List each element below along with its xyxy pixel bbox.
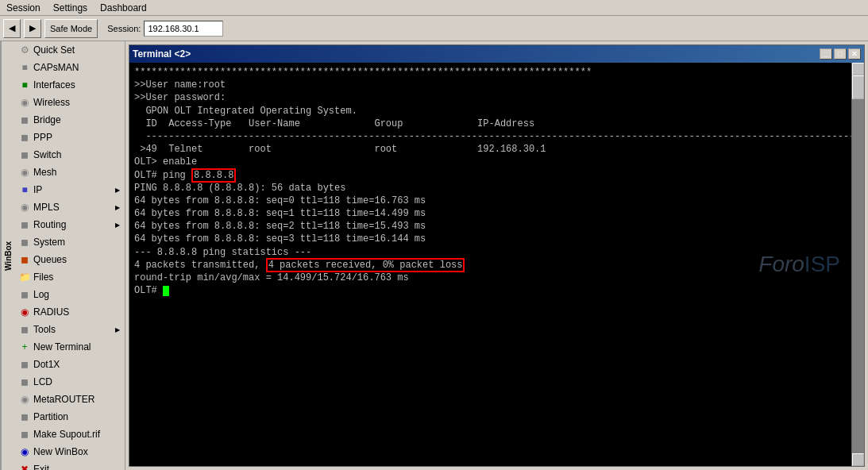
sidebar-item-new-terminal[interactable]: +New Terminal [14,338,125,356]
sidebar-item-new-winbox[interactable]: ◉New WinBox [14,443,125,460]
sidebar-item-system[interactable]: ◼System [14,233,125,251]
sidebar-item-metarouter[interactable]: ◉MetaROUTER [14,391,125,408]
terminal-line: >>User name:root [134,79,847,91]
terminal-line: PING 8.8.8.8 (8.8.8.8): 56 data bytes [134,182,847,195]
sidebar-item-mesh[interactable]: ◉Mesh [14,164,125,181]
sidebar-item-label-make-supout: Make Supout.rif [33,429,100,440]
sidebar-item-partition[interactable]: ◼Partition [14,408,125,426]
sidebar-item-switch[interactable]: ◼Switch [14,146,125,164]
mpls-icon: ◉ [19,202,30,213]
sidebar-item-label-capsman: CAPsMAN [33,62,79,73]
terminal-line: 64 bytes from 8.8.8.8: seq=3 ttl=118 tim… [134,233,847,245]
terminal-line: OLT# ping 8.8.8.8 [134,169,847,182]
ping-target-highlight: 8.8.8.8 [191,168,236,183]
sidebar-item-label-lcd: LCD [33,376,52,387]
mesh-icon: ◉ [19,167,30,178]
sidebar-item-capsman[interactable]: ■CAPsMAN [14,59,125,76]
scroll-track[interactable] [852,75,864,453]
dot1x-icon: ◼ [19,359,30,370]
toolbar: ◀ ▶ Safe Mode Session: 192.168.30.1 [0,16,868,41]
sidebar-item-radius[interactable]: ◉RADIUS [14,303,125,321]
menu-session[interactable]: Session [3,2,44,14]
sidebar-item-lcd[interactable]: ◼LCD [14,373,125,391]
terminal-body: ****************************************… [129,63,864,466]
sidebar-item-label-files: Files [33,272,53,283]
terminal-line: GPON OLT Integrated Operating System. [134,105,847,118]
sidebar-item-ppp[interactable]: ◼PPP [14,129,125,146]
session-value: 192.168.30.1 [144,21,223,37]
menu-settings[interactable]: Settings [50,2,91,14]
sidebar-item-log[interactable]: ◼Log [14,286,125,303]
make-supout-icon: ◼ [19,429,30,440]
scroll-down-button[interactable]: ▼ [852,453,864,466]
metarouter-icon: ◉ [19,394,30,405]
terminal-line: OLT# [134,284,847,297]
terminal-title: Terminal <2> [133,48,820,60]
sidebar-item-ip[interactable]: ■IP [14,181,125,198]
files-icon: 📁 [19,272,30,283]
sidebar-item-routing[interactable]: ◼Routing [14,216,125,233]
terminal-titlebar: Terminal <2> _ □ ✕ [129,45,864,63]
terminal-line: 64 bytes from 8.8.8.8: seq=2 ttl=118 tim… [134,220,847,233]
menu-bar: Session Settings Dashboard [0,0,868,16]
sidebar-item-files[interactable]: 📁Files [14,268,125,286]
sidebar-item-label-mpls: MPLS [33,202,60,213]
sidebar-item-label-routing: Routing [33,219,66,230]
forward-button[interactable]: ▶ [24,19,41,38]
sidebar-item-tools[interactable]: ◼Tools [14,321,125,338]
radius-icon: ◉ [19,306,30,318]
sidebar-item-make-supout[interactable]: ◼Make Supout.rif [14,426,125,443]
sidebar-item-label-metarouter: MetaROUTER [33,394,95,405]
queues-icon: ◼ [19,254,30,265]
sidebar-item-label-bridge: Bridge [33,114,61,125]
wireless-icon: ◉ [19,97,30,108]
content-area: Terminal <2> _ □ ✕ *********************… [125,41,868,470]
terminal-controls: _ □ ✕ [820,48,861,60]
scroll-thumb[interactable] [852,75,864,99]
terminal-line: OLT> enable [134,156,847,168]
sidebar-item-label-system: System [33,237,65,248]
sidebar-item-bridge[interactable]: ◼Bridge [14,111,125,129]
back-button[interactable]: ◀ [3,19,21,38]
sidebar-item-label-new-winbox: New WinBox [33,446,88,457]
sidebar-wrapper: WinBox ⚙Quick Set■CAPsMAN■Interfaces◉Wir… [0,41,125,470]
sidebar-item-label-mesh: Mesh [33,167,56,178]
terminal-maximize-button[interactable]: □ [834,48,847,60]
sidebar-item-label-wireless: Wireless [33,97,70,108]
bridge-icon: ◼ [19,114,30,125]
terminal-line: ****************************************… [134,66,847,79]
sidebar-item-label-tools: Tools [33,324,56,335]
sidebar-item-mpls[interactable]: ◉MPLS [14,198,125,216]
new-winbox-icon: ◉ [19,446,30,457]
terminal-window: Terminal <2> _ □ ✕ *********************… [129,44,865,467]
partition-icon: ◼ [19,411,30,422]
sidebar-item-queues[interactable]: ◼Queues [14,251,125,268]
scroll-up-button[interactable]: ▲ [852,63,864,75]
terminal-line: ID Access-Type User-Name Group IP-Addres… [134,118,847,130]
terminal-line: --- 8.8.8.8 ping statistics --- [134,246,847,259]
menu-dashboard[interactable]: Dashboard [97,2,150,14]
terminal-close-button[interactable]: ✕ [848,48,861,60]
terminal-content[interactable]: ****************************************… [129,63,851,466]
terminal-cursor [163,286,169,296]
sidebar: ⚙Quick Set■CAPsMAN■Interfaces◉Wireless◼B… [14,41,125,470]
sidebar-item-label-exit: Exit [33,464,49,470]
exit-icon: ✖ [19,464,30,470]
sidebar-item-interfaces[interactable]: ■Interfaces [14,76,125,94]
quick-set-icon: ⚙ [19,44,30,56]
winbox-tab[interactable]: WinBox [0,41,14,470]
main-layout: WinBox ⚙Quick Set■CAPsMAN■Interfaces◉Wir… [0,41,868,470]
sidebar-item-dot1x[interactable]: ◼Dot1X [14,356,125,373]
terminal-minimize-button[interactable]: _ [820,48,832,60]
sidebar-item-wireless[interactable]: ◉Wireless [14,94,125,111]
terminal-line: >49 Telnet root root 192.168.30.1 00:00:… [134,143,847,156]
session-label: Session: [107,24,141,33]
sidebar-item-exit[interactable]: ✖Exit [14,460,125,470]
sidebar-item-label-ip: IP [33,184,42,195]
switch-icon: ◼ [19,149,30,160]
sidebar-item-quick-set[interactable]: ⚙Quick Set [14,41,125,59]
terminal-line: round-trip min/avg/max = 14.499/15.724/1… [134,272,847,284]
routing-icon: ◼ [19,219,30,230]
system-icon: ◼ [19,237,30,248]
safe-mode-button[interactable]: Safe Mode [44,19,98,38]
